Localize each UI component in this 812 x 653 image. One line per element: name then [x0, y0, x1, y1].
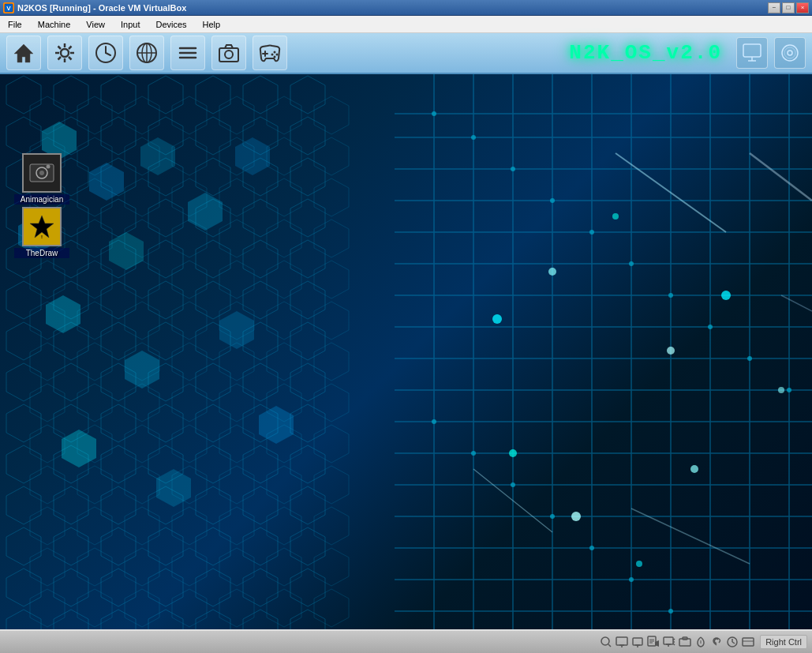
svg-point-27	[276, 54, 279, 56]
svg-rect-144	[743, 638, 754, 646]
svg-point-86	[668, 293, 673, 298]
svg-point-114	[39, 171, 44, 175]
svg-point-111	[690, 465, 698, 473]
svg-rect-132	[664, 637, 673, 644]
status-bar: Right Ctrl	[0, 629, 812, 653]
status-icon-7[interactable]	[694, 635, 708, 649]
title-bar-left: V N2KOS [Running] - Oracle VM VirtualBox	[3, 2, 186, 13]
svg-point-94	[589, 546, 594, 550]
svg-text:!: !	[41, 235, 43, 239]
network-button[interactable]	[129, 36, 164, 70]
svg-point-85	[629, 261, 634, 266]
svg-line-10	[69, 47, 72, 50]
restore-button[interactable]: □	[782, 2, 795, 13]
svg-point-115	[47, 165, 51, 169]
svg-point-3	[61, 49, 69, 57]
window-title: N2KOS [Running] - Oracle VM VirtualBox	[17, 3, 186, 13]
svg-line-143	[732, 642, 735, 644]
svg-point-93	[550, 514, 555, 519]
svg-point-106	[721, 291, 731, 300]
status-icon-1[interactable]	[599, 635, 613, 649]
svg-marker-2	[14, 44, 33, 62]
svg-point-104	[612, 213, 619, 220]
svg-line-11	[58, 57, 62, 60]
svg-point-96	[668, 609, 673, 614]
monitor-right-icon[interactable]	[736, 37, 768, 69]
desktop-icon-animagician[interactable]: Animagician	[14, 153, 69, 205]
minimize-button[interactable]: −	[768, 2, 780, 13]
svg-point-35	[784, 47, 795, 58]
title-bar-controls: − □ ×	[768, 2, 809, 13]
svg-point-83	[550, 198, 555, 203]
toolbar: N2K_OS_v2.0	[0, 33, 812, 74]
svg-rect-39	[24, 95, 355, 640]
status-icon-6[interactable]	[678, 635, 692, 649]
title-bar: V N2KOS [Running] - Oracle VM VirtualBox…	[0, 0, 812, 16]
status-icon-2[interactable]	[615, 635, 629, 649]
svg-point-103	[548, 268, 556, 276]
svg-point-81	[471, 135, 476, 140]
os-logo: N2K_OS_v2.0	[569, 41, 730, 65]
svg-point-102	[492, 314, 502, 324]
desktop-icon-thedraw[interactable]: ! TheDraw	[14, 207, 69, 258]
svg-point-26	[274, 51, 276, 54]
svg-text:V: V	[6, 5, 11, 12]
status-icon-4[interactable]	[646, 635, 660, 649]
svg-point-23	[225, 51, 233, 58]
gamepad-button[interactable]	[253, 36, 287, 70]
thedraw-label: TheDraw	[14, 248, 69, 258]
svg-line-8	[58, 47, 62, 50]
files-button[interactable]	[170, 36, 205, 70]
svg-point-95	[629, 577, 634, 582]
desktop: Animagician ! TheDraw	[0, 74, 812, 640]
svg-point-87	[708, 325, 713, 329]
svg-point-80	[432, 111, 436, 116]
camera-button[interactable]	[211, 36, 246, 70]
svg-rect-121	[616, 637, 627, 645]
svg-point-82	[511, 167, 515, 171]
status-icon-10[interactable]	[741, 635, 755, 649]
svg-point-88	[747, 356, 752, 361]
status-icon-3[interactable]	[631, 635, 645, 649]
svg-point-119	[601, 637, 609, 645]
status-icon-9[interactable]	[725, 635, 739, 649]
right-ctrl-label: Right Ctrl	[760, 635, 807, 649]
menu-machine[interactable]: Machine	[33, 18, 76, 31]
svg-point-89	[787, 388, 791, 392]
menu-help[interactable]: Help	[198, 18, 226, 31]
svg-point-105	[667, 347, 675, 355]
svg-line-9	[69, 57, 72, 60]
circuit-board-bg	[0, 74, 812, 640]
svg-line-101	[781, 295, 812, 311]
svg-point-84	[589, 230, 594, 235]
menu-devices[interactable]: Devices	[151, 18, 191, 31]
menu-bar: File Machine View Input Devices Help	[0, 16, 812, 33]
clock-button[interactable]	[88, 36, 123, 70]
svg-point-108	[509, 449, 517, 457]
svg-line-100	[750, 153, 812, 201]
svg-line-14	[106, 53, 110, 55]
svg-line-120	[608, 644, 611, 647]
status-icon-5[interactable]	[662, 635, 676, 649]
virtualbox-icon: V	[3, 2, 14, 13]
animagician-label: Animagician	[14, 194, 69, 205]
svg-point-110	[636, 561, 642, 567]
svg-point-107	[778, 387, 784, 393]
menu-input[interactable]: Input	[116, 18, 144, 31]
menu-view[interactable]: View	[81, 18, 110, 31]
home-button[interactable]	[6, 36, 41, 70]
status-icon-8[interactable]	[709, 635, 724, 649]
svg-rect-124	[633, 638, 642, 645]
svg-rect-30	[743, 44, 761, 57]
svg-point-91	[471, 451, 476, 456]
menu-file[interactable]: File	[3, 18, 27, 31]
svg-point-92	[511, 482, 515, 487]
svg-line-135	[673, 644, 675, 645]
close-button[interactable]: ×	[796, 2, 809, 13]
svg-point-34	[788, 51, 792, 55]
disk-right-icon[interactable]	[774, 37, 806, 69]
svg-point-29	[274, 56, 276, 58]
svg-point-109	[571, 512, 581, 521]
settings-button[interactable]	[47, 36, 82, 70]
svg-point-28	[271, 54, 274, 56]
